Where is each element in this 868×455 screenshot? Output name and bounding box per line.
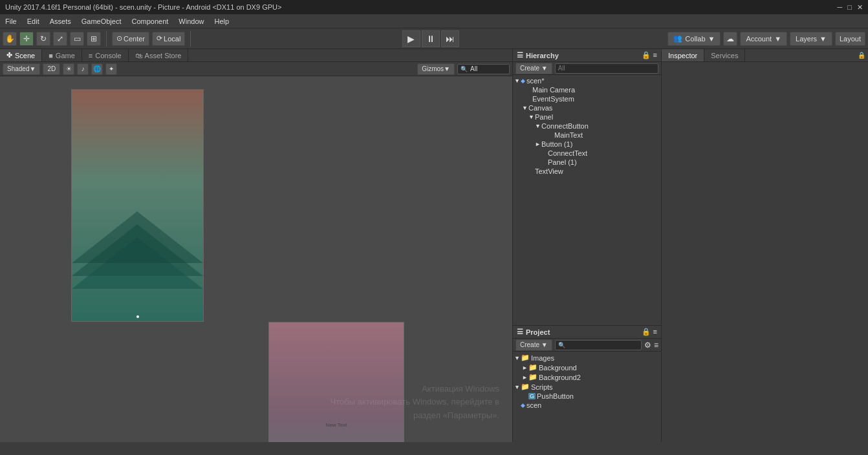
pause-button[interactable]: ⏸ (422, 30, 440, 47)
project-create-btn[interactable]: Create ▼ (515, 339, 552, 351)
tree-item-background2[interactable]: ► 📁 Background2 (513, 372, 661, 382)
tree-item-textview[interactable]: TextView (513, 167, 661, 176)
tab-inspector[interactable]: Inspector (662, 49, 704, 61)
project-toolbar: Create ▼ 🔍 ⚙ ≡ (513, 339, 661, 352)
hierarchy-title: Hierarchy (526, 52, 559, 59)
scene-tab-icon: ✤ (6, 51, 12, 59)
tree-item-images[interactable]: ▼ 📁 Images (513, 353, 661, 363)
tab-scene[interactable]: ✤ Scene (0, 49, 42, 61)
tree-item-main-camera[interactable]: Main Camera (513, 85, 661, 94)
toolbar-right: 👥 Collab ▼ ☁ Account ▼ Layers ▼ Layout (667, 32, 865, 46)
project-search-icon: 🔍 (558, 342, 565, 348)
tree-item-button1[interactable]: ► Button (1) (513, 140, 661, 149)
2d-toggle[interactable]: 2D (43, 63, 60, 75)
arrow-scen: ▼ (514, 78, 521, 84)
play-button[interactable]: ▶ (402, 30, 420, 47)
space-icon: ⟳ (157, 34, 162, 43)
tool-combo[interactable]: ⊞ (87, 32, 101, 46)
separator-2 (190, 31, 191, 47)
scene-icon: ◆ (521, 78, 525, 84)
tree-item-connecttext[interactable]: ConnectText (513, 149, 661, 158)
svg-marker-2 (72, 211, 203, 263)
account-dropdown-icon: ▼ (774, 35, 781, 43)
hierarchy-create-btn[interactable]: Create ▼ (515, 63, 552, 74)
step-button[interactable]: ⏭ (441, 30, 459, 47)
tree-item-scripts[interactable]: ▼ 📁 Scripts (513, 382, 661, 392)
tree-item-maintext[interactable]: MainText (513, 131, 661, 140)
project-menu-icon[interactable]: ≡ (653, 328, 657, 336)
project-lock-icon[interactable]: 🔒 (642, 328, 651, 336)
layers-btn[interactable]: Layers ▼ (790, 32, 832, 46)
tree-item-background[interactable]: ► 📁 Background (513, 363, 661, 372)
scene-viewport[interactable]: New Text Connect Action Активация Window… (0, 76, 512, 442)
collab-dropdown-icon: ▼ (708, 35, 715, 43)
scene-tab-bar: ✤ Scene ■ Game ≡ Console 🛍 Asset Store (0, 49, 512, 62)
menu-bar: File Edit Assets GameObject Component Wi… (0, 14, 868, 28)
title-bar: Unity 2017.4.16f1 Personal (64bit) - sce… (0, 0, 868, 14)
scene-search-input[interactable] (468, 64, 506, 74)
tool-scale[interactable]: ⤢ (53, 32, 67, 46)
tab-console[interactable]: ≡ Console (82, 49, 129, 61)
gizmos-dropdown[interactable]: Gizmos▼ (417, 63, 455, 75)
tree-item-pushbutton[interactable]: G PushButton (513, 392, 661, 401)
menu-file[interactable]: File (0, 16, 22, 26)
tool-move[interactable]: ✛ (19, 32, 34, 46)
project-title: Project (526, 328, 550, 336)
inspector-header: Inspector Services 🔒 (662, 49, 868, 62)
hierarchy-toolbar: Create ▼ (513, 62, 661, 75)
effects-toggle[interactable]: ✦ (105, 63, 117, 75)
env-toggle[interactable]: 🌐 (91, 63, 103, 75)
hierarchy-lock-icon[interactable]: 🔒 (642, 51, 651, 59)
tree-item-connectbutton[interactable]: ▼ ConnectButton (513, 122, 661, 131)
account-btn[interactable]: Account ▼ (740, 32, 787, 46)
preview-panel-right: New Text Connect Action (268, 322, 404, 442)
menu-component[interactable]: Component (126, 16, 173, 26)
pivot-btn[interactable]: ⊙ Center (112, 32, 149, 46)
cloud-btn[interactable]: ☁ (723, 32, 737, 46)
search-icon: 🔍 (461, 66, 468, 72)
project-search-options-btn[interactable]: ≡ (654, 341, 658, 350)
background-folder-icon: 📁 (528, 363, 537, 372)
tree-item-panel1[interactable]: Panel (1) (513, 158, 661, 167)
layout-btn[interactable]: Layout (835, 32, 865, 46)
menu-edit[interactable]: Edit (22, 16, 45, 26)
main-area: ✤ Scene ■ Game ≡ Console 🛍 Asset Store S… (0, 49, 868, 442)
tree-item-eventsystem[interactable]: EventSystem (513, 94, 661, 103)
collab-btn[interactable]: 👥 Collab ▼ (667, 32, 721, 46)
tab-asset-store[interactable]: 🛍 Asset Store (129, 49, 189, 61)
tab-services[interactable]: Services (704, 49, 745, 61)
title-text: Unity 2017.4.16f1 Personal (64bit) - sce… (5, 3, 281, 11)
light-toggle[interactable]: ☀ (63, 63, 74, 75)
tool-rect[interactable]: ▭ (70, 32, 84, 46)
background2-folder-icon: 📁 (528, 373, 537, 381)
tool-rotate[interactable]: ↻ (36, 32, 50, 46)
space-btn[interactable]: ⟳ Local (152, 32, 185, 46)
scen-asset-icon: ◆ (521, 402, 525, 408)
menu-assets[interactable]: Assets (45, 16, 76, 26)
menu-help[interactable]: Help (209, 16, 234, 26)
project-search-filter-btn[interactable]: ⚙ (644, 341, 651, 350)
tree-item-panel[interactable]: ▼ Panel (513, 112, 661, 122)
tree-item-canvas[interactable]: ▼ Canvas (513, 103, 661, 112)
project-icon: ☰ (517, 328, 523, 336)
audio-toggle[interactable]: ♪ (77, 63, 89, 75)
layers-dropdown-icon: ▼ (819, 35, 827, 43)
preview-new-text: New Text (326, 422, 347, 428)
close-btn[interactable]: ✕ (857, 3, 863, 12)
menu-gameobject[interactable]: GameObject (76, 16, 127, 26)
minimize-btn[interactable]: ─ (838, 3, 843, 12)
project-search-input[interactable] (565, 340, 638, 350)
hierarchy-search-input[interactable] (555, 63, 658, 74)
preview-panel-left (71, 89, 204, 322)
hierarchy-menu-icon[interactable]: ≡ (653, 51, 657, 59)
tool-hand[interactable]: ✋ (3, 32, 17, 46)
menu-window[interactable]: Window (173, 16, 209, 26)
maximize-btn[interactable]: □ (847, 3, 852, 12)
tree-item-scen[interactable]: ▼ ◆ scen* (513, 76, 661, 85)
pivot-icon: ⊙ (116, 34, 122, 43)
tree-item-scen-asset[interactable]: ◆ scen (513, 401, 661, 410)
inspector-lock-icon[interactable]: 🔒 (858, 52, 865, 59)
asset-store-tab-icon: 🛍 (135, 52, 142, 59)
shading-dropdown[interactable]: Shaded▼ (3, 63, 40, 75)
tab-game[interactable]: ■ Game (42, 49, 82, 61)
